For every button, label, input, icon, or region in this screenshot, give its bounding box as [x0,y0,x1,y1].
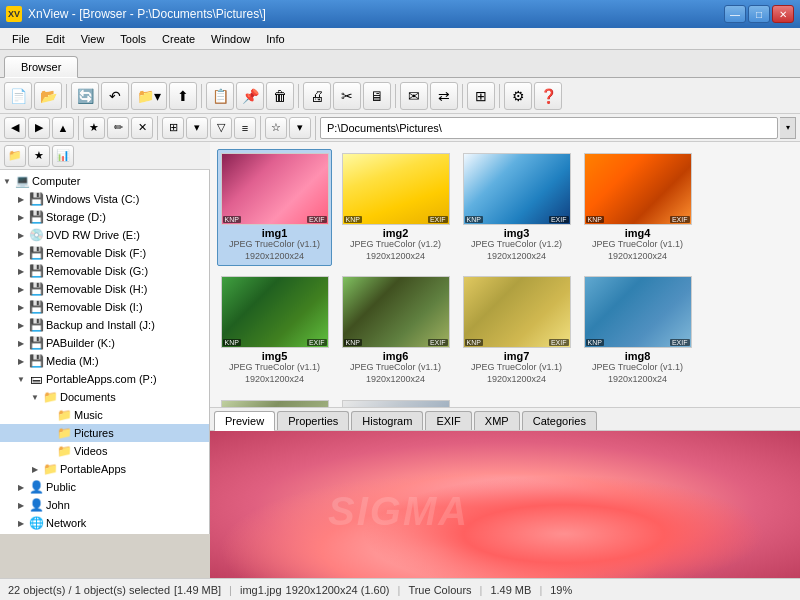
thumbnail-item[interactable]: KNPEXIFimg4JPEG TrueColor (v1.1) 1920x12… [580,149,695,266]
tree-toggle[interactable]: ▶ [14,264,28,278]
tree-toggle[interactable] [42,426,56,440]
toolbar-copy-btn[interactable]: 📋 [206,82,234,110]
menu-tools[interactable]: Tools [112,31,154,47]
tree-item[interactable]: ▶💾Removable Disk (H:) [0,280,209,298]
tree-item[interactable]: ▼🖴PortableApps.com (P:) [0,370,209,388]
tree-toggle[interactable]: ▶ [14,480,28,494]
menu-window[interactable]: Window [203,31,258,47]
toolbar-up-btn[interactable]: ⬆ [169,82,197,110]
detail-tab-xmp[interactable]: XMP [474,411,520,430]
detail-tab-properties[interactable]: Properties [277,411,349,430]
detail-tab-histogram[interactable]: Histogram [351,411,423,430]
thumbnail-item[interactable]: KNPEXIFimg3JPEG TrueColor (v1.2) 1920x12… [459,149,574,266]
toolbar-help-btn[interactable]: ❓ [534,82,562,110]
tree-item[interactable]: ▶💾Media (M:) [0,352,209,370]
tree-item[interactable]: ▶💾Backup and Install (J:) [0,316,209,334]
tree-toggle[interactable]: ▶ [14,300,28,314]
tree-toggle[interactable]: ▶ [14,228,28,242]
tree-toggle[interactable]: ▶ [14,192,28,206]
tree-toggle[interactable]: ▼ [0,174,14,188]
title-controls[interactable]: — □ ✕ [724,5,794,23]
tab-browser[interactable]: Browser [4,56,78,78]
detail-tab-categories[interactable]: Categories [522,411,597,430]
nav-view-drop-btn[interactable]: ▾ [186,117,208,139]
nav-up-btn[interactable]: ▲ [52,117,74,139]
tree-toggle[interactable]: ▶ [28,462,42,476]
menu-edit[interactable]: Edit [38,31,73,47]
close-button[interactable]: ✕ [772,5,794,23]
tree-item[interactable]: ▼💻Computer [0,172,209,190]
nav-filter-btn[interactable]: ▽ [210,117,232,139]
nav-back-btn[interactable]: ◀ [4,117,26,139]
tree-toggle[interactable] [42,408,56,422]
nav-fav-drop-btn[interactable]: ▾ [289,117,311,139]
tree-item[interactable]: ▶💾PABuilder (K:) [0,334,209,352]
toolbar-send-btn[interactable]: ✉ [400,82,428,110]
tree-item[interactable]: 📁Pictures [0,424,209,442]
detail-tab-preview[interactable]: Preview [214,411,275,431]
toolbar-print-btn[interactable]: 🖨 [303,82,331,110]
maximize-button[interactable]: □ [748,5,770,23]
menu-info[interactable]: Info [258,31,292,47]
toolbar-grid-btn[interactable]: ⊞ [467,82,495,110]
address-bar[interactable]: P:\Documents\Pictures\ [320,117,778,139]
detail-tab-exif[interactable]: EXIF [425,411,471,430]
nav-stop-btn[interactable]: ✕ [131,117,153,139]
thumbnail-item[interactable]: KNPEXIFimg6JPEG TrueColor (v1.1) 1920x12… [338,272,453,389]
thumbnail-item[interactable]: KNPEXIFimg8JPEG TrueColor (v1.1) 1920x12… [580,272,695,389]
thumbnail-item[interactable]: KNPEXIFimg5JPEG TrueColor (v1.1) 1920x12… [217,272,332,389]
tree-toggle[interactable]: ▶ [14,282,28,296]
tree-item[interactable]: ▶💾Storage (D:) [0,208,209,226]
nav-sort-btn[interactable]: ≡ [234,117,256,139]
minimize-button[interactable]: — [724,5,746,23]
toolbar-back-btn[interactable]: ↶ [101,82,129,110]
tree-item[interactable]: ▼📁Documents [0,388,209,406]
toolbar-refresh-btn[interactable]: 🔄 [71,82,99,110]
left-fav-btn[interactable]: ★ [28,145,50,167]
tree-toggle[interactable]: ▼ [14,372,28,386]
nav-bookmark-btn[interactable]: ★ [83,117,105,139]
left-add-btn[interactable]: 📁 [4,145,26,167]
nav-edit-btn[interactable]: ✏ [107,117,129,139]
toolbar-screen-btn[interactable]: 🖥 [363,82,391,110]
tree-toggle[interactable]: ▼ [28,390,42,404]
toolbar-crop-btn[interactable]: ✂ [333,82,361,110]
toolbar-new-btn[interactable]: 📄 [4,82,32,110]
tree-toggle[interactable]: ▶ [14,318,28,332]
tree-item[interactable]: ▶💾Removable Disk (F:) [0,244,209,262]
tree-toggle[interactable]: ▶ [14,354,28,368]
tree-item[interactable]: ▶🌐Network [0,514,209,532]
nav-fav-btn[interactable]: ☆ [265,117,287,139]
tree-toggle[interactable]: ▶ [14,516,28,530]
nav-view-btn[interactable]: ⊞ [162,117,184,139]
tree-item[interactable]: ▶💿DVD RW Drive (E:) [0,226,209,244]
menu-file[interactable]: File [4,31,38,47]
tree-toggle[interactable]: ▶ [14,498,28,512]
nav-forward-btn[interactable]: ▶ [28,117,50,139]
address-dropdown-btn[interactable]: ▾ [780,117,796,139]
menu-view[interactable]: View [73,31,113,47]
tree-item[interactable]: 📁Videos [0,442,209,460]
toolbar-delete-btn[interactable]: 🗑 [266,82,294,110]
tree-toggle[interactable] [42,444,56,458]
thumbnail-item[interactable]: KNPEXIFimg9JPEG TrueColor (v1.1) 1920x12… [217,396,332,407]
tree-toggle[interactable]: ▶ [14,210,28,224]
left-chart-btn[interactable]: 📊 [52,145,74,167]
toolbar-convert-btn[interactable]: ⇄ [430,82,458,110]
toolbar-open-btn[interactable]: 📂 [34,82,62,110]
toolbar-folder-btn[interactable]: 📁▾ [131,82,167,110]
menu-create[interactable]: Create [154,31,203,47]
toolbar-paste-btn[interactable]: 📌 [236,82,264,110]
tree-toggle[interactable]: ▶ [14,246,28,260]
thumbnail-item[interactable]: KNPEXIFimg10JPEG TrueColor (v1.1) 1920x1… [338,396,453,407]
tree-item[interactable]: ▶💾Windows Vista (C:) [0,190,209,208]
thumbnail-item[interactable]: KNPEXIFimg1JPEG TrueColor (v1.1) 1920x12… [217,149,332,266]
tree-item[interactable]: ▶💾Removable Disk (G:) [0,262,209,280]
tree-toggle[interactable]: ▶ [14,336,28,350]
tree-item[interactable]: 📁Music [0,406,209,424]
thumbnail-item[interactable]: KNPEXIFimg2JPEG TrueColor (v1.2) 1920x12… [338,149,453,266]
thumbnail-item[interactable]: KNPEXIFimg7JPEG TrueColor (v1.1) 1920x12… [459,272,574,389]
toolbar-settings-btn[interactable]: ⚙ [504,82,532,110]
tree-item[interactable]: ▶📁PortableApps [0,460,209,478]
tree-item[interactable]: ▶👤John [0,496,209,514]
